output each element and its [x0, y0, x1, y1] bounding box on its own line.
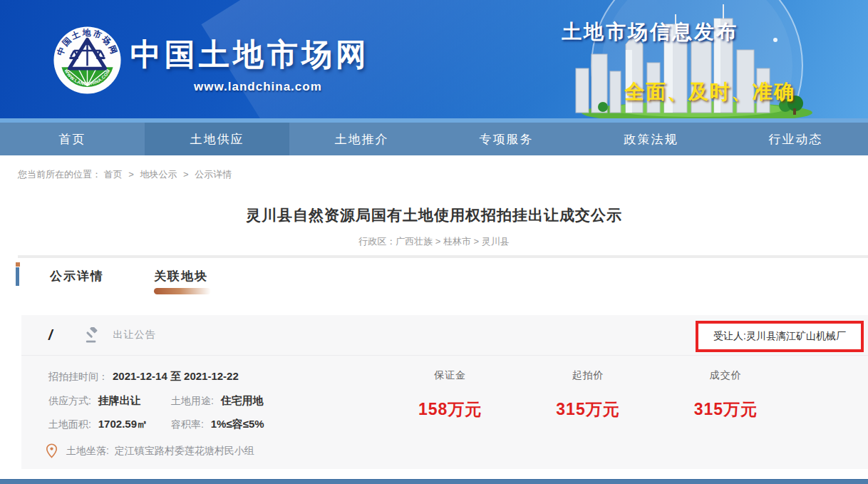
- site-url: www.landchina.com: [194, 80, 322, 94]
- nav-item-policies[interactable]: 政策法规: [579, 123, 723, 155]
- location-pin-icon: [46, 443, 58, 458]
- land-use-value: 住宅用地: [221, 394, 264, 406]
- accent-orange-square: [16, 262, 20, 267]
- nav-item-special-services[interactable]: 专项服务: [434, 123, 579, 155]
- parcel-info: 招拍挂时间： 2021-12-14 至 2021-12-22 供应方式: 挂牌出…: [48, 356, 381, 431]
- site-title: 中国土地市场网: [130, 34, 370, 76]
- nav-item-industry-news[interactable]: 行业动态: [723, 123, 868, 155]
- nav-item-land-supply[interactable]: 土地供应: [145, 123, 289, 155]
- deposit-label: 保证金: [381, 369, 519, 382]
- price-columns: 保证金 158万元 起拍价 315万元 成交价 315万元: [381, 356, 795, 431]
- land-location-value: 定江镇宝路村委莲花塘村民小组: [115, 445, 254, 456]
- promo-title: 土地市场信息发布: [562, 19, 738, 46]
- price-col-starting: 起拍价 315万元: [519, 356, 656, 431]
- land-area-value: 1702.59㎡: [98, 418, 148, 430]
- region-breadcrumb: 行政区：广西壮族 > 桂林市 > 灵川县: [0, 235, 868, 248]
- main-nav: 首页 土地供应 土地推介 专项服务 政策法规 行业动态: [0, 123, 868, 155]
- plot-ratio-label: 容积率:: [171, 418, 204, 430]
- plot-number: /: [48, 327, 53, 344]
- deposit-value: 158万元: [381, 398, 519, 421]
- price-col-deposit: 保证金 158万元: [381, 356, 519, 431]
- breadcrumb-parcel-notice[interactable]: 地块公示: [140, 169, 177, 180]
- header-banner: 中国土地市场网 WWW.LANDCHINA.COM 中国土地市场网 www.la…: [0, 0, 868, 123]
- starting-price-label: 起拍价: [519, 369, 656, 382]
- transferee-text: 受让人:灵川县漓江矿山机械厂: [713, 330, 846, 343]
- supply-method-value: 挂牌出让: [98, 394, 141, 406]
- card-body: 招拍挂时间： 2021-12-14 至 2021-12-22 供应方式: 挂牌出…: [21, 356, 868, 431]
- nav-item-land-promotion[interactable]: 土地推介: [289, 123, 434, 155]
- gavel-icon: [84, 327, 100, 344]
- breadcrumb: 您当前所在的位置： 首页 > 地块公示 > 公示详情: [18, 168, 232, 181]
- footer-top-bar: [0, 479, 868, 484]
- accent-blue-bar: [16, 267, 19, 286]
- promo-slogan: 全面、及时、准确: [624, 78, 795, 105]
- nav-item-home[interactable]: 首页: [0, 123, 145, 155]
- tab-notice-details[interactable]: 公示详情: [50, 268, 104, 284]
- price-col-final: 成交价 315万元: [657, 356, 795, 431]
- breadcrumb-home[interactable]: 首页: [104, 169, 123, 180]
- section-accent-bar: [16, 262, 20, 286]
- site-logo-icon[interactable]: 中国土地市场网 WWW.LANDCHINA.COM: [53, 26, 122, 95]
- final-price-value: 315万元: [657, 398, 795, 421]
- supply-method-label: 供应方式:: [48, 395, 91, 406]
- notice-type-link[interactable]: 出让公告: [113, 329, 156, 341]
- breadcrumb-current: 公示详情: [195, 169, 232, 180]
- final-price-label: 成交价: [657, 369, 795, 382]
- breadcrumb-separator: >: [183, 169, 189, 180]
- transferee-highlight-box: 受让人:灵川县漓江矿山机械厂: [696, 321, 864, 352]
- page-title: 灵川县自然资源局国有土地使用权招拍挂出让成交公示: [0, 205, 868, 225]
- active-tab-underline: [154, 288, 211, 294]
- starting-price-value: 315万元: [519, 398, 656, 421]
- tab-top-rule: [18, 255, 868, 258]
- breadcrumb-prefix: 您当前所在的位置：: [18, 169, 101, 180]
- land-area-label: 土地面积:: [48, 418, 91, 430]
- tab-related-parcels[interactable]: 关联地块: [154, 268, 208, 284]
- parcel-result-card: 受让人:灵川县漓江矿山机械厂 / 出让公告 招拍挂时间： 2021-12-14 …: [21, 315, 868, 469]
- card-footer: 土地坐落: 定江镇宝路村委莲花塘村民小组: [21, 443, 868, 458]
- breadcrumb-separator: >: [128, 169, 134, 180]
- auction-time-value: 2021-12-14 至 2021-12-22: [113, 370, 239, 383]
- auction-time-label: 招拍挂时间：: [48, 371, 108, 383]
- land-location-label: 土地坐落:: [66, 445, 109, 456]
- land-use-label: 土地用途:: [171, 395, 214, 406]
- plot-ratio-value: 1%≤容≤5%: [211, 418, 264, 430]
